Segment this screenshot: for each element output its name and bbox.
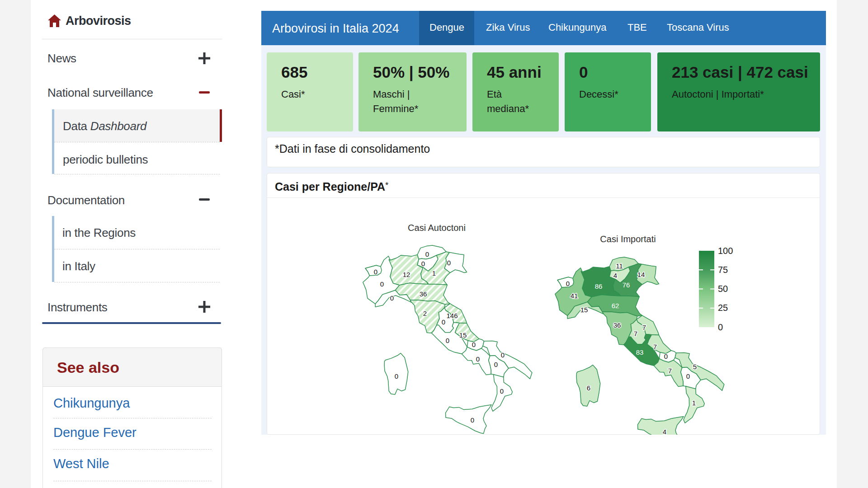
svg-text:62: 62 [612,302,619,310]
svg-text:Casi Autoctoni: Casi Autoctoni [408,223,466,233]
svg-text:36: 36 [420,290,427,298]
svg-text:6: 6 [587,384,590,392]
svg-text:0: 0 [442,318,445,326]
svg-text:146: 146 [446,312,458,319]
svg-text:7: 7 [642,324,646,331]
svg-text:0: 0 [686,372,690,380]
svg-text:0: 0 [447,259,451,267]
svg-text:0: 0 [395,372,398,380]
svg-text:11: 11 [616,262,623,270]
svg-text:14: 14 [637,271,645,278]
svg-text:7: 7 [653,343,657,351]
svg-text:0: 0 [500,387,504,395]
svg-text:0: 0 [374,268,377,276]
svg-text:12: 12 [403,271,410,278]
svg-text:0: 0 [664,352,668,360]
svg-text:0: 0 [380,280,384,288]
svg-text:0: 0 [476,355,480,363]
svg-text:0: 0 [390,294,394,302]
svg-text:0: 0 [472,341,476,348]
svg-text:25: 25 [718,303,728,313]
svg-text:86: 86 [595,282,603,290]
svg-text:Casi Importati: Casi Importati [600,234,656,244]
svg-text:5: 5 [693,363,697,371]
svg-text:7: 7 [668,367,672,375]
svg-text:0: 0 [425,250,429,258]
svg-text:36: 36 [613,321,621,329]
svg-text:0: 0 [471,416,474,424]
svg-text:76: 76 [623,281,630,289]
svg-text:83: 83 [636,348,644,356]
svg-text:4: 4 [613,272,617,279]
svg-text:0: 0 [501,351,505,359]
svg-text:100: 100 [718,246,733,256]
svg-text:0: 0 [494,361,498,368]
svg-text:1: 1 [692,399,696,407]
svg-text:41: 41 [571,292,578,300]
svg-text:0: 0 [421,260,425,267]
svg-text:75: 75 [718,265,728,275]
svg-text:1: 1 [432,269,436,277]
svg-text:0: 0 [718,322,723,332]
svg-text:4: 4 [663,428,666,435]
svg-text:7: 7 [634,330,637,338]
svg-text:50: 50 [718,284,728,294]
svg-text:2: 2 [423,310,427,317]
svg-text:15: 15 [459,331,467,339]
svg-text:0: 0 [566,280,570,287]
svg-text:15: 15 [580,306,588,314]
svg-text:0: 0 [446,337,449,344]
